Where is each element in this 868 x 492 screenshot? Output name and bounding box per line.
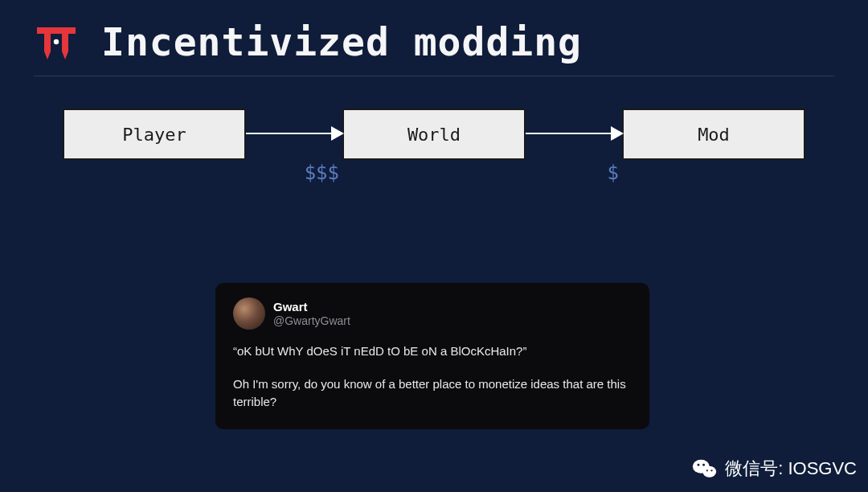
title-row: Incentivized modding xyxy=(34,19,834,76)
watermark: 微信号: IOSGVC xyxy=(691,455,857,482)
svg-point-5 xyxy=(54,39,59,44)
arrow-line-icon xyxy=(246,133,342,134)
brand-logo-icon xyxy=(34,23,79,61)
flow-diagram: Player $$$ World $ Mod xyxy=(48,109,820,160)
arrow-world-to-mod: $ xyxy=(526,109,622,160)
svg-rect-2 xyxy=(62,27,68,51)
slide-title: Incentivized modding xyxy=(101,19,582,64)
svg-point-10 xyxy=(706,469,708,471)
avatar xyxy=(233,297,265,330)
svg-rect-1 xyxy=(44,27,51,51)
arrow-head-icon xyxy=(611,126,624,141)
arrow-label: $ xyxy=(608,162,619,184)
svg-point-7 xyxy=(702,466,716,478)
node-label: World xyxy=(407,125,461,145)
tweet-handle: @GwartyGwart xyxy=(273,314,350,328)
arrow-head-icon xyxy=(331,126,344,141)
arrow-label: $$$ xyxy=(305,162,339,184)
node-label: Mod xyxy=(698,125,730,145)
arrow-line-icon xyxy=(526,133,622,134)
tweet-names: Gwart @GwartyGwart xyxy=(273,300,350,328)
arrow-player-to-world: $$$ xyxy=(246,109,342,160)
svg-rect-0 xyxy=(37,27,76,34)
node-world: World xyxy=(342,109,526,160)
tweet-display-name: Gwart xyxy=(273,300,350,314)
svg-marker-4 xyxy=(62,51,68,59)
divider xyxy=(34,76,834,76)
svg-marker-3 xyxy=(44,51,51,59)
tweet-line-1: “oK bUt WhY dOeS iT nEdD tO bE oN a BlOc… xyxy=(233,342,632,361)
tweet-line-2: Oh I'm sorry, do you know of a better pl… xyxy=(233,375,632,412)
node-label: Player xyxy=(122,125,186,145)
tweet-header: Gwart @GwartyGwart xyxy=(233,297,632,330)
node-mod: Mod xyxy=(622,109,805,160)
svg-point-8 xyxy=(698,464,700,466)
node-player: Player xyxy=(63,109,246,160)
svg-point-9 xyxy=(702,464,705,466)
tweet-card: Gwart @GwartyGwart “oK bUt WhY dOeS iT n… xyxy=(215,283,649,429)
watermark-label: 微信号: IOSGVC xyxy=(725,457,857,481)
svg-point-11 xyxy=(711,469,713,471)
tweet-body: “oK bUt WhY dOeS iT nEdD tO bE oN a BlOc… xyxy=(233,342,632,412)
wechat-icon xyxy=(691,455,719,482)
slide-content: Incentivized modding Player $$$ World $ … xyxy=(0,0,868,160)
